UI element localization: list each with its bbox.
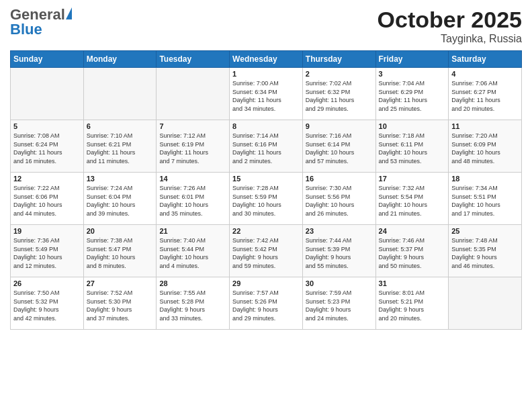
day-number: 7 xyxy=(159,122,226,130)
calendar-cell: 20Sunrise: 7:38 AM Sunset: 5:47 PM Dayli… xyxy=(83,225,157,277)
calendar-cell: 31Sunrise: 8:01 AM Sunset: 5:21 PM Dayli… xyxy=(375,277,449,330)
day-number: 1 xyxy=(232,70,300,78)
calendar-cell: 3Sunrise: 7:04 AM Sunset: 6:29 PM Daylig… xyxy=(375,68,449,120)
calendar-cell: 11Sunrise: 7:20 AM Sunset: 6:09 PM Dayli… xyxy=(449,120,522,173)
day-number: 5 xyxy=(13,122,81,130)
calendar-cell: 17Sunrise: 7:32 AM Sunset: 5:54 PM Dayli… xyxy=(375,173,449,225)
day-number: 15 xyxy=(232,175,300,183)
day-number: 19 xyxy=(13,227,81,235)
day-info: Sunrise: 7:18 AM Sunset: 6:11 PM Dayligh… xyxy=(379,132,446,165)
day-number: 18 xyxy=(451,175,519,183)
day-number: 20 xyxy=(87,227,154,235)
calendar-cell: 16Sunrise: 7:30 AM Sunset: 5:56 PM Dayli… xyxy=(302,173,375,225)
calendar-cell: 8Sunrise: 7:14 AM Sunset: 6:16 PM Daylig… xyxy=(230,120,303,173)
calendar-cell: 7Sunrise: 7:12 AM Sunset: 6:19 PM Daylig… xyxy=(157,120,230,173)
calendar-cell: 24Sunrise: 7:46 AM Sunset: 5:37 PM Dayli… xyxy=(375,225,449,277)
day-number: 31 xyxy=(379,279,446,287)
day-info: Sunrise: 7:50 AM Sunset: 5:32 PM Dayligh… xyxy=(13,289,81,322)
day-info: Sunrise: 7:00 AM Sunset: 6:34 PM Dayligh… xyxy=(232,79,300,113)
day-number: 8 xyxy=(232,122,300,130)
day-number: 12 xyxy=(13,175,81,183)
day-number: 14 xyxy=(159,175,226,183)
logo-triangle-icon xyxy=(66,7,72,19)
day-info: Sunrise: 7:02 AM Sunset: 6:32 PM Dayligh… xyxy=(306,79,373,113)
week-row-3: 12Sunrise: 7:22 AM Sunset: 6:06 PM Dayli… xyxy=(11,173,522,225)
calendar-cell: 22Sunrise: 7:42 AM Sunset: 5:42 PM Dayli… xyxy=(230,225,303,277)
header: General Blue October 2025 Tayginka, Russ… xyxy=(10,7,522,45)
week-row-5: 26Sunrise: 7:50 AM Sunset: 5:32 PM Dayli… xyxy=(11,277,522,330)
day-info: Sunrise: 7:22 AM Sunset: 6:06 PM Dayligh… xyxy=(13,184,81,218)
day-number: 24 xyxy=(379,227,446,235)
month-title: October 2025 xyxy=(378,7,522,33)
day-number: 4 xyxy=(451,70,519,78)
day-info: Sunrise: 7:34 AM Sunset: 5:51 PM Dayligh… xyxy=(451,184,519,218)
day-number: 21 xyxy=(159,227,226,235)
day-info: Sunrise: 7:46 AM Sunset: 5:37 PM Dayligh… xyxy=(379,236,446,270)
page: General Blue October 2025 Tayginka, Russ… xyxy=(0,0,532,411)
calendar-cell: 18Sunrise: 7:34 AM Sunset: 5:51 PM Dayli… xyxy=(449,173,522,225)
day-info: Sunrise: 7:14 AM Sunset: 6:16 PM Dayligh… xyxy=(232,132,300,165)
calendar-cell: 29Sunrise: 7:57 AM Sunset: 5:26 PM Dayli… xyxy=(230,277,303,330)
calendar-cell: 10Sunrise: 7:18 AM Sunset: 6:11 PM Dayli… xyxy=(375,120,449,173)
day-number: 10 xyxy=(379,122,446,130)
weekday-header-sunday: Sunday xyxy=(11,51,84,68)
day-info: Sunrise: 7:38 AM Sunset: 5:47 PM Dayligh… xyxy=(87,236,154,270)
day-info: Sunrise: 7:42 AM Sunset: 5:42 PM Dayligh… xyxy=(232,236,300,270)
week-row-4: 19Sunrise: 7:36 AM Sunset: 5:49 PM Dayli… xyxy=(11,225,522,277)
day-number: 26 xyxy=(13,279,81,287)
calendar-cell: 12Sunrise: 7:22 AM Sunset: 6:06 PM Dayli… xyxy=(11,173,84,225)
day-number: 16 xyxy=(306,175,373,183)
day-number: 3 xyxy=(379,70,446,78)
calendar-cell xyxy=(449,277,522,330)
day-number: 2 xyxy=(306,70,373,78)
day-number: 30 xyxy=(306,279,373,287)
calendar-cell: 27Sunrise: 7:52 AM Sunset: 5:30 PM Dayli… xyxy=(83,277,157,330)
calendar-cell: 14Sunrise: 7:26 AM Sunset: 6:01 PM Dayli… xyxy=(157,173,230,225)
week-row-1: 1Sunrise: 7:00 AM Sunset: 6:34 PM Daylig… xyxy=(11,68,522,120)
day-info: Sunrise: 7:52 AM Sunset: 5:30 PM Dayligh… xyxy=(87,289,154,322)
day-info: Sunrise: 7:32 AM Sunset: 5:54 PM Dayligh… xyxy=(379,184,446,218)
day-info: Sunrise: 7:59 AM Sunset: 5:23 PM Dayligh… xyxy=(306,289,373,322)
day-info: Sunrise: 7:57 AM Sunset: 5:26 PM Dayligh… xyxy=(232,289,300,322)
day-info: Sunrise: 7:24 AM Sunset: 6:04 PM Dayligh… xyxy=(87,184,154,218)
calendar-cell xyxy=(157,68,230,120)
day-number: 22 xyxy=(232,227,300,235)
day-number: 25 xyxy=(451,227,519,235)
day-info: Sunrise: 7:44 AM Sunset: 5:39 PM Dayligh… xyxy=(306,236,373,270)
calendar-cell: 19Sunrise: 7:36 AM Sunset: 5:49 PM Dayli… xyxy=(11,225,84,277)
calendar-cell: 15Sunrise: 7:28 AM Sunset: 5:59 PM Dayli… xyxy=(230,173,303,225)
day-info: Sunrise: 7:20 AM Sunset: 6:09 PM Dayligh… xyxy=(451,132,519,165)
calendar-cell: 25Sunrise: 7:48 AM Sunset: 5:35 PM Dayli… xyxy=(449,225,522,277)
week-row-2: 5Sunrise: 7:08 AM Sunset: 6:24 PM Daylig… xyxy=(11,120,522,173)
day-info: Sunrise: 7:36 AM Sunset: 5:49 PM Dayligh… xyxy=(13,236,81,270)
day-info: Sunrise: 7:48 AM Sunset: 5:35 PM Dayligh… xyxy=(451,236,519,270)
weekday-header-row: SundayMondayTuesdayWednesdayThursdayFrid… xyxy=(11,51,522,68)
day-info: Sunrise: 7:30 AM Sunset: 5:56 PM Dayligh… xyxy=(306,184,373,218)
calendar-cell: 5Sunrise: 7:08 AM Sunset: 6:24 PM Daylig… xyxy=(11,120,84,173)
day-info: Sunrise: 7:40 AM Sunset: 5:44 PM Dayligh… xyxy=(159,236,226,270)
day-number: 17 xyxy=(379,175,446,183)
calendar-cell: 4Sunrise: 7:06 AM Sunset: 6:27 PM Daylig… xyxy=(449,68,522,120)
day-number: 9 xyxy=(306,122,373,130)
weekday-header-friday: Friday xyxy=(375,51,449,68)
calendar-cell xyxy=(11,68,84,120)
day-number: 11 xyxy=(451,122,519,130)
calendar-cell: 23Sunrise: 7:44 AM Sunset: 5:39 PM Dayli… xyxy=(302,225,375,277)
day-number: 23 xyxy=(306,227,373,235)
day-info: Sunrise: 7:26 AM Sunset: 6:01 PM Dayligh… xyxy=(159,184,226,218)
day-number: 6 xyxy=(87,122,154,130)
calendar-cell: 28Sunrise: 7:55 AM Sunset: 5:28 PM Dayli… xyxy=(157,277,230,330)
day-number: 27 xyxy=(87,279,154,287)
day-number: 29 xyxy=(232,279,300,287)
day-info: Sunrise: 7:10 AM Sunset: 6:21 PM Dayligh… xyxy=(87,132,154,165)
location: Tayginka, Russia xyxy=(378,33,522,45)
day-number: 28 xyxy=(159,279,226,287)
day-info: Sunrise: 7:06 AM Sunset: 6:27 PM Dayligh… xyxy=(451,79,519,113)
day-info: Sunrise: 7:28 AM Sunset: 5:59 PM Dayligh… xyxy=(232,184,300,218)
calendar-cell: 26Sunrise: 7:50 AM Sunset: 5:32 PM Dayli… xyxy=(11,277,84,330)
weekday-header-monday: Monday xyxy=(83,51,157,68)
day-info: Sunrise: 7:16 AM Sunset: 6:14 PM Dayligh… xyxy=(306,132,373,165)
day-info: Sunrise: 7:12 AM Sunset: 6:19 PM Dayligh… xyxy=(159,132,226,165)
calendar-cell: 9Sunrise: 7:16 AM Sunset: 6:14 PM Daylig… xyxy=(302,120,375,173)
calendar-cell: 6Sunrise: 7:10 AM Sunset: 6:21 PM Daylig… xyxy=(83,120,157,173)
